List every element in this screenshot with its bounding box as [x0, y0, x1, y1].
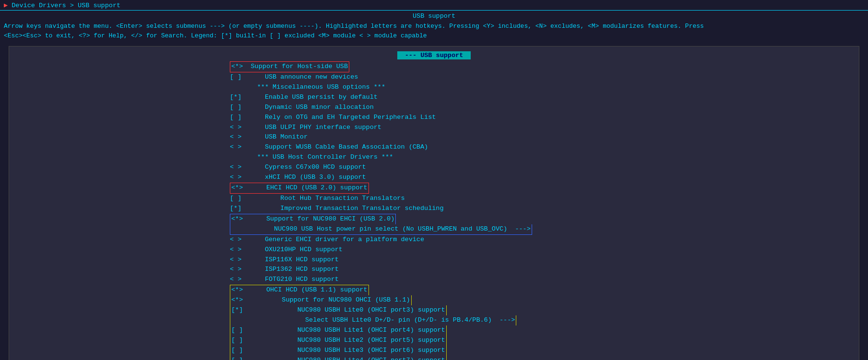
list-item[interactable]: *** USB Host Controller Drivers ***	[9, 152, 859, 163]
list-item[interactable]: [*] Enable USB persist by default	[9, 93, 859, 103]
list-item[interactable]: Select USBH Lite0 D+/D- pin (D+/D- is PB…	[9, 315, 859, 325]
list-item[interactable]: NUC980 USB Host power pin select (No USB…	[9, 224, 859, 235]
list-item[interactable]: [ ] USB announce new devices	[9, 72, 859, 82]
list-item[interactable]: [*] Improved Transaction Translator sche…	[9, 204, 859, 214]
highlighted-item-yellow-mid: Select USBH Lite0 D+/D- pin (D+/D- is PB…	[230, 315, 516, 325]
highlighted-item-yellow-start: <*> OHCI HCD (USB 1.1) support	[230, 285, 369, 295]
list-item[interactable]: < > OXU210HP HCD support	[9, 245, 859, 255]
list-item[interactable]: [ ] Rely on OTG and EH Targeted Peripher…	[9, 113, 859, 123]
menu-area: --- USB support <*> Support for Host-sid…	[9, 51, 859, 360]
help-text: Arrow keys navigate the menu. <Enter> se…	[0, 21, 868, 43]
list-item[interactable]: <*> Support for Host-side USB	[9, 61, 859, 72]
breadcrumb-path: ▶ Device Drivers > USB support	[4, 2, 120, 9]
highlighted-item-yellow-mid: [ ] NUC980 USBH Lite1 (OHCI port4) suppo…	[230, 325, 447, 336]
highlighted-item-yellow-mid: [*] NUC980 USBH Lite0 (OHCI port3) suppo…	[230, 305, 447, 315]
highlighted-item-yellow-mid: [ ] NUC980 USBH Lite4 (OHCI port7) suppo…	[230, 356, 447, 360]
list-item[interactable]: [ ] NUC980 USBH Lite1 (OHCI port4) suppo…	[9, 325, 859, 336]
list-item[interactable]: [ ] NUC980 USBH Lite4 (OHCI port7) suppo…	[9, 356, 859, 360]
list-item[interactable]: <*> OHCI HCD (USB 1.1) support	[9, 285, 859, 295]
breadcrumb: ▶ Device Drivers > USB support	[0, 0, 868, 11]
list-item[interactable]: < > USB Monitor	[9, 132, 859, 142]
highlighted-item-yellow-mid: <*> Support for NUC980 OHCI (USB 1.1)	[230, 295, 412, 305]
list-item[interactable]: < > Cypress C67x00 HCD support	[9, 163, 859, 173]
list-item[interactable]: <*> EHCI HCD (USB 2.0) support	[9, 183, 859, 194]
list-item[interactable]: < > FOTG210 HCD support	[9, 275, 859, 285]
main-content: --- USB support <*> Support for Host-sid…	[9, 46, 859, 360]
list-item[interactable]: [ ] Root Hub Transaction Translators	[9, 194, 859, 204]
list-item[interactable]: < > Support WUSB Cable Based Association…	[9, 142, 859, 152]
menu-title-text: --- USB support	[397, 51, 471, 59]
highlighted-item-blue-end: NUC980 USB Host power pin select (No USB…	[230, 224, 532, 235]
highlighted-item-yellow-mid: [ ] NUC980 USBH Lite2 (OHCI port5) suppo…	[230, 336, 447, 346]
list-item[interactable]: < > xHCI HCD (USB 3.0) support	[9, 173, 859, 183]
highlighted-item-blue-start: <*> Support for NUC980 EHCI (USB 2.0)	[230, 214, 396, 224]
breadcrumb-arrow: ▶	[4, 2, 8, 9]
page-title: USB support	[0, 11, 868, 21]
menu-lines: <*> Support for Host-side USB[ ] USB ann…	[9, 61, 859, 360]
list-item[interactable]: <*> Support for NUC980 EHCI (USB 2.0)	[9, 214, 859, 224]
list-item[interactable]: [ ] Dynamic USB minor allocation	[9, 103, 859, 113]
list-item[interactable]: *** Miscellaneous USB options ***	[9, 82, 859, 93]
list-item[interactable]: [ ] NUC980 USBH Lite2 (OHCI port5) suppo…	[9, 336, 859, 346]
highlighted-item-yellow-mid: [ ] NUC980 USBH Lite3 (OHCI port6) suppo…	[230, 346, 447, 356]
highlighted-item-red: <*> EHCI HCD (USB 2.0) support	[230, 183, 369, 194]
highlighted-item-red: <*> Support for Host-side USB	[230, 61, 349, 72]
list-item[interactable]: < > ISP116X HCD support	[9, 255, 859, 265]
list-item[interactable]: [ ] NUC980 USBH Lite3 (OHCI port6) suppo…	[9, 346, 859, 356]
menu-title: --- USB support	[9, 51, 859, 59]
list-item[interactable]: < > USB ULPI PHY interface support	[9, 123, 859, 133]
list-item[interactable]: < > ISP1362 HCD support	[9, 265, 859, 275]
list-item[interactable]: [*] NUC980 USBH Lite0 (OHCI port3) suppo…	[9, 305, 859, 315]
list-item[interactable]: <*> Support for NUC980 OHCI (USB 1.1)	[9, 295, 859, 305]
list-item[interactable]: < > Generic EHCI driver for a platform d…	[9, 235, 859, 245]
